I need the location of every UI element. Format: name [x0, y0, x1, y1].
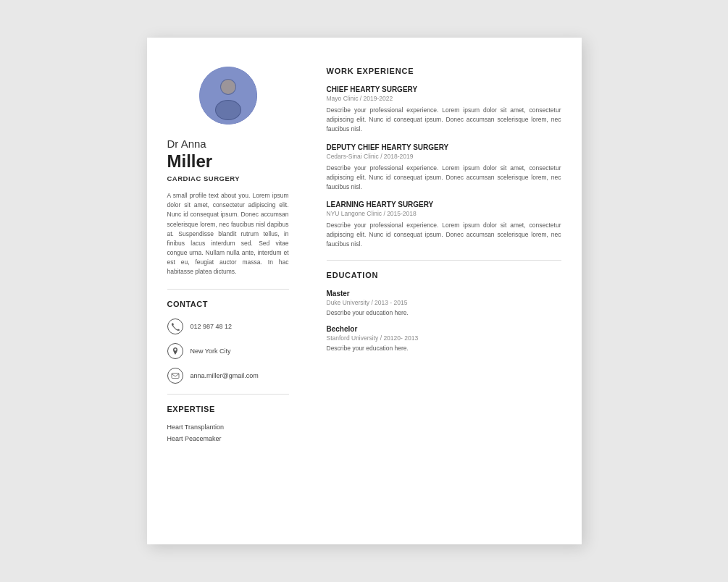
contact-phone: 012 987 48 12: [167, 319, 289, 334]
divider-1: [167, 289, 289, 290]
contact-section-title: CONTACT: [167, 300, 289, 308]
svg-rect-5: [172, 373, 179, 378]
location-text: New York City: [191, 347, 231, 355]
job-2-company: Cedars-Sinai Clinic / 2018-2019: [327, 153, 561, 160]
divider-2: [167, 394, 289, 395]
job-2-desc: Describe your professional experience. L…: [327, 164, 561, 193]
edu-1-school: Duke University / 2013 - 2015: [327, 299, 561, 306]
contact-location: New York City: [167, 343, 289, 359]
edu-2-school: Stanford University / 20120- 2013: [327, 334, 561, 342]
phone-icon: [167, 319, 183, 334]
edu-2-degree: Bechelor: [327, 325, 561, 333]
name-last: Miller: [167, 151, 289, 172]
svg-point-4: [216, 101, 240, 119]
edu-2-desc: Describe your education here.: [327, 345, 561, 352]
job-2-title: DEPUTY CHIEF HEARTY SURGERY: [327, 143, 561, 151]
edu-1: Master Duke University / 2013 - 2015 Des…: [327, 290, 561, 316]
phone-text: 012 987 48 12: [191, 323, 233, 330]
svg-point-3: [221, 80, 235, 94]
job-1-desc: Describe your professional experience. L…: [327, 106, 561, 135]
job-3-title: LEARNING HEARTY SURGERY: [327, 201, 561, 208]
job-2: DEPUTY CHIEF HEARTY SURGERY Cedars-Sinai…: [327, 143, 561, 193]
expertise-item-2: Heart Peacemaker: [167, 435, 289, 442]
expertise-section-title: EXPERTISE: [167, 405, 289, 413]
job-3-desc: Describe your professional experience. L…: [327, 221, 561, 250]
avatar: [199, 67, 257, 125]
expertise-item-1: Heart Transplantion: [167, 423, 289, 431]
work-section-title: WORK EXPERIENCE: [327, 67, 561, 75]
job-3: LEARNING HEARTY SURGERY NYU Langone Clin…: [327, 201, 561, 250]
right-column: WORK EXPERIENCE CHIEF HEARTY SURGERY May…: [306, 38, 582, 544]
edu-2: Bechelor Stanford University / 20120- 20…: [327, 325, 561, 352]
contact-email: anna.miller@gmail.com: [167, 368, 289, 384]
education-section-title: EDUCATION: [327, 271, 561, 279]
job-1-title: CHIEF HEARTY SURGERY: [327, 85, 561, 93]
job-3-company: NYU Langone Clinic / 2015-2018: [327, 210, 561, 217]
email-text: anna.miller@gmail.com: [191, 372, 259, 379]
name-first: Dr Anna: [167, 138, 289, 150]
avatar-container: [167, 67, 289, 125]
edu-1-desc: Describe your education here.: [327, 309, 561, 316]
bio-text: A small profile text about you. Lorem ip…: [167, 191, 289, 277]
email-icon: [167, 368, 183, 384]
job-1: CHIEF HEARTY SURGERY Mayo Clinic / 2019-…: [327, 85, 561, 135]
divider-3: [327, 260, 561, 261]
resume-document: Dr Anna Miller CARDIAC SURGERY A small p…: [147, 38, 582, 544]
location-icon: [167, 343, 183, 359]
left-column: Dr Anna Miller CARDIAC SURGERY A small p…: [147, 38, 306, 544]
specialty: CARDIAC SURGERY: [167, 174, 289, 182]
edu-1-degree: Master: [327, 290, 561, 298]
job-1-company: Mayo Clinic / 2019-2022: [327, 95, 561, 102]
